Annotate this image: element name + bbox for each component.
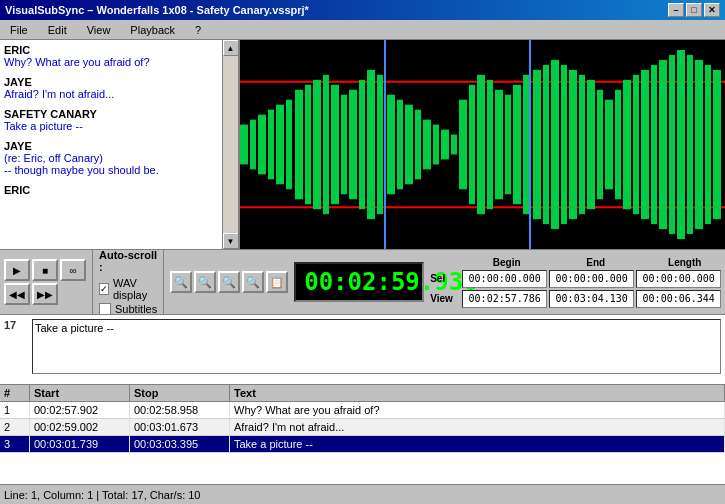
table-header: # Start Stop Text [0, 385, 725, 402]
edit-line-num: 17 [4, 319, 24, 331]
text-3: Take a picture -- [4, 120, 234, 132]
svg-rect-57 [713, 70, 721, 219]
wav-checkbox-row: ✓ WAV display [99, 277, 157, 301]
cell-num-3: 3 [0, 436, 30, 452]
play-button[interactable]: ▶ [4, 259, 30, 281]
zoom-fit-button[interactable]: 🔍 [218, 271, 240, 293]
title-bar: VisualSubSync – Wonderfalls 1x08 - Safet… [0, 0, 725, 20]
subtitle-list[interactable]: ERIC Why? What are you afraid of? JAYE A… [0, 40, 238, 249]
transport-row-2: ◀◀ ▶▶ [4, 283, 86, 305]
svg-rect-6 [250, 120, 256, 170]
zoom-sel-button[interactable]: 🔍 [242, 271, 264, 293]
zoom-out-button[interactable]: 🔍 [194, 271, 216, 293]
subtitle-entry-4: JAYE (re: Eric, off Canary)-- though may… [4, 140, 234, 176]
view-label: View [430, 293, 460, 304]
table-row[interactable]: 3 00:03:01.739 00:03:03.395 Take a pictu… [0, 436, 725, 453]
close-button[interactable]: ✕ [704, 3, 720, 17]
menu-bar: File Edit View Playback ? [0, 20, 725, 40]
svg-rect-21 [387, 95, 395, 195]
minimize-button[interactable]: – [668, 3, 684, 17]
menu-file[interactable]: File [4, 23, 34, 37]
speaker-5: ERIC [4, 184, 234, 196]
speaker-1: ERIC [4, 44, 234, 56]
time-info-group: Begin End Length Sel View [430, 257, 725, 308]
menu-edit[interactable]: Edit [42, 23, 73, 37]
svg-rect-15 [331, 85, 339, 204]
cell-start-2: 00:02:59.002 [30, 419, 130, 435]
svg-rect-34 [505, 95, 511, 195]
svg-rect-26 [433, 125, 439, 165]
svg-rect-55 [695, 60, 703, 229]
wav-checkbox[interactable]: ✓ [99, 283, 109, 295]
text-2: Afraid? I'm not afraid... [4, 88, 234, 100]
svg-rect-14 [323, 75, 329, 214]
svg-rect-41 [569, 70, 577, 219]
subtitle-entry-3: SAFETY CANARY Take a picture -- [4, 108, 234, 132]
scroll-down-btn[interactable]: ▼ [223, 233, 239, 249]
svg-rect-42 [579, 75, 585, 214]
status-text: Line: 1, Column: 1 | Total: 17, Char/s: … [4, 489, 201, 501]
svg-rect-45 [605, 100, 613, 190]
stop-button[interactable]: ■ [32, 259, 58, 281]
view-row: View [430, 290, 725, 308]
col-header-num: # [0, 385, 30, 401]
maximize-button[interactable]: □ [686, 3, 702, 17]
scroll-track[interactable] [223, 56, 239, 233]
svg-rect-12 [305, 85, 311, 204]
scroll-up-btn[interactable]: ▲ [223, 40, 239, 56]
table-row[interactable]: 1 00:02:57.902 00:02:58.958 Why? What ar… [0, 402, 725, 419]
controls-bar: ▶ ■ ∞ ◀◀ ▶▶ Auto-scroll : ✓ WAV display … [0, 250, 725, 315]
view-begin-field[interactable] [462, 290, 547, 308]
svg-rect-28 [451, 135, 457, 155]
cell-text-2: Afraid? I'm not afraid... [230, 419, 725, 435]
col-header-text: Text [230, 385, 725, 401]
svg-rect-7 [258, 115, 266, 175]
autoscroll-label: Auto-scroll : [99, 249, 157, 273]
waveform-panel[interactable] [240, 40, 725, 249]
sub-checkbox[interactable] [99, 303, 111, 315]
fastforward-button[interactable]: ▶▶ [32, 283, 58, 305]
svg-rect-13 [313, 80, 321, 209]
svg-rect-18 [359, 80, 365, 209]
col-header-start: Start [30, 385, 130, 401]
subtitle-scrollbar[interactable]: ▲ ▼ [222, 40, 238, 249]
loop-button[interactable]: ∞ [60, 259, 86, 281]
col-header-stop: Stop [130, 385, 230, 401]
view-length-field[interactable] [636, 290, 721, 308]
zoom-group: 🔍 🔍 🔍 🔍 📋 [170, 271, 288, 293]
length-col-label: Length [642, 257, 725, 268]
svg-rect-37 [533, 70, 541, 219]
svg-rect-17 [349, 90, 357, 199]
cell-text-1: Why? What are you afraid of? [230, 402, 725, 418]
cell-stop-3: 00:03:03.395 [130, 436, 230, 452]
subtitle-entry-5: ERIC [4, 184, 234, 196]
rewind-button[interactable]: ◀◀ [4, 283, 30, 305]
waveform-svg [240, 40, 725, 249]
svg-rect-48 [633, 75, 639, 214]
menu-playback[interactable]: Playback [124, 23, 181, 37]
zoom-in-button[interactable]: 🔍 [170, 271, 192, 293]
svg-rect-25 [423, 120, 431, 170]
menu-help[interactable]: ? [189, 23, 207, 37]
sel-length-field[interactable] [636, 270, 721, 288]
svg-rect-43 [587, 80, 595, 209]
zoom-clipboard-button[interactable]: 📋 [266, 271, 288, 293]
time-info-header: Begin End Length [430, 257, 725, 268]
table-row[interactable]: 2 00:02:59.002 00:03:01.673 Afraid? I'm … [0, 419, 725, 436]
view-end-field[interactable] [549, 290, 634, 308]
svg-rect-52 [669, 55, 675, 234]
sel-begin-field[interactable] [462, 270, 547, 288]
svg-rect-53 [677, 50, 685, 239]
svg-rect-33 [495, 90, 503, 199]
speaker-4: JAYE [4, 140, 234, 152]
menu-view[interactable]: View [81, 23, 117, 37]
sel-end-field[interactable] [549, 270, 634, 288]
svg-rect-23 [405, 105, 413, 185]
cell-num-1: 1 [0, 402, 30, 418]
svg-rect-50 [651, 65, 657, 224]
table-body[interactable]: 1 00:02:57.902 00:02:58.958 Why? What ar… [0, 402, 725, 481]
edit-textarea[interactable]: Take a picture -- [32, 319, 721, 374]
text-1: Why? What are you afraid of? [4, 56, 234, 68]
text-4: (re: Eric, off Canary)-- though maybe yo… [4, 152, 234, 176]
svg-rect-47 [623, 80, 631, 209]
